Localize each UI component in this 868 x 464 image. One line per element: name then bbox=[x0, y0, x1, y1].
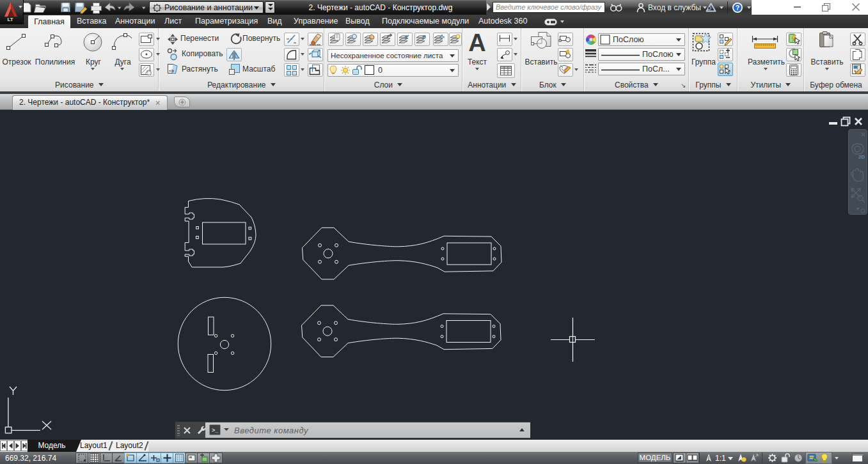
svg-text:A: A bbox=[468, 29, 485, 56]
svg-text:2D: 2D bbox=[858, 154, 865, 160]
svg-text:?: ? bbox=[736, 4, 739, 12]
